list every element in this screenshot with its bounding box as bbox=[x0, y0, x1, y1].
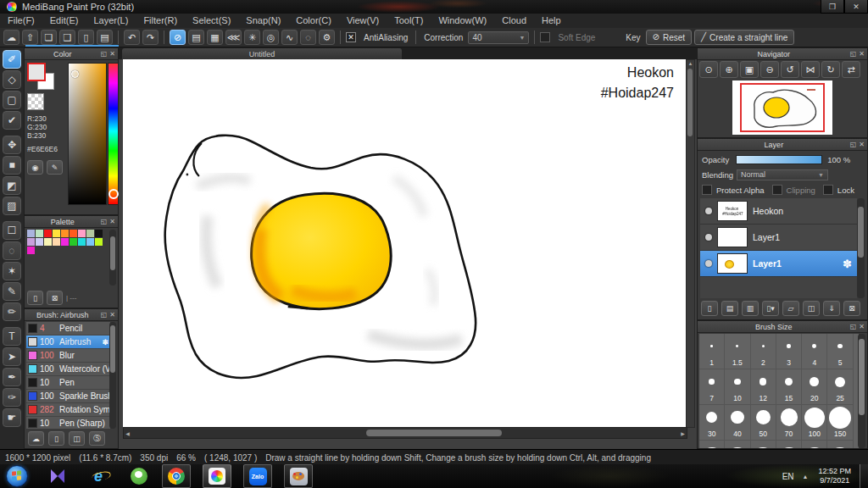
brush-size-cell[interactable]: 20 bbox=[802, 369, 827, 405]
brush-size-scrollbar[interactable] bbox=[858, 334, 865, 448]
brush-size-cell[interactable] bbox=[802, 441, 827, 448]
rotate-left-icon[interactable]: ↺ bbox=[781, 61, 799, 78]
soft-edge-checkbox[interactable] bbox=[540, 32, 550, 42]
palette-color-swatch[interactable] bbox=[86, 238, 94, 246]
layer-visibility-dot[interactable] bbox=[705, 234, 712, 241]
taskbar-paint-tool[interactable] bbox=[284, 464, 313, 488]
hue-marker[interactable] bbox=[108, 189, 119, 199]
palette-color-swatch[interactable] bbox=[27, 238, 35, 246]
close-button[interactable]: ✕ bbox=[844, 0, 868, 14]
scroll-right-icon[interactable]: ▶ bbox=[679, 430, 687, 436]
brush-settings-icon[interactable]: Ⓢ bbox=[89, 431, 105, 446]
taskbar-internet-explorer[interactable]: e bbox=[87, 465, 109, 487]
palette-color-swatch[interactable] bbox=[61, 230, 69, 237]
layer-visibility-dot[interactable] bbox=[705, 208, 712, 214]
snap-off-icon[interactable]: ⊘ bbox=[170, 30, 186, 45]
select-pen-tool[interactable]: ✎ bbox=[3, 282, 21, 301]
gear-icon[interactable]: ✽ bbox=[102, 338, 108, 347]
layer-row[interactable]: Heokon#Hoidap247Heokon bbox=[700, 198, 857, 225]
snap-grid-icon[interactable]: ▦ bbox=[207, 30, 223, 45]
key-reset-button[interactable]: ⊘ Reset bbox=[646, 30, 693, 45]
color-set-icon[interactable]: ✎ bbox=[47, 160, 63, 175]
popout-icon[interactable]: ◱ bbox=[850, 141, 857, 148]
restore-button[interactable]: ❐ bbox=[821, 0, 844, 14]
scroll-up-icon[interactable]: ▲ bbox=[687, 60, 694, 68]
brush-size-cell[interactable]: 2 bbox=[751, 334, 776, 369]
brush-item[interactable]: 10Pen (Sharp) bbox=[26, 417, 110, 429]
brush-item[interactable]: 100Sparkle Brush bbox=[26, 390, 110, 403]
menu-view[interactable]: View(V) bbox=[339, 14, 387, 28]
popout-icon[interactable]: ◱ bbox=[101, 311, 108, 319]
bucket-tool[interactable]: ◩ bbox=[3, 176, 21, 195]
palette-color-swatch[interactable] bbox=[53, 230, 60, 237]
menu-color[interactable]: Color(C) bbox=[288, 14, 339, 28]
menu-snap[interactable]: Snap(N) bbox=[238, 14, 288, 28]
chat-icon[interactable]: ❑ bbox=[59, 30, 75, 45]
brush-size-cell[interactable]: 25 bbox=[827, 369, 853, 405]
palette-color-swatch[interactable] bbox=[44, 238, 52, 246]
brush-size-cell[interactable] bbox=[827, 441, 853, 448]
brush-item[interactable]: 100Blur bbox=[26, 349, 110, 363]
rotate-right-icon[interactable]: ↻ bbox=[821, 61, 840, 78]
duplicate-layer-icon[interactable]: ◫ bbox=[803, 301, 820, 316]
palette-color-swatch[interactable] bbox=[95, 238, 103, 246]
gear-icon[interactable]: ✽ bbox=[843, 258, 852, 270]
canvas-horizontal-scrollbar[interactable]: ◀ ▶ bbox=[123, 427, 687, 439]
brush-size-cell[interactable]: 4 bbox=[802, 334, 827, 369]
zoom-out-icon[interactable]: ⊖ bbox=[760, 61, 779, 78]
shape-brush-tool[interactable]: ▢ bbox=[3, 91, 21, 109]
hscroll-thumb[interactable] bbox=[366, 430, 502, 436]
taskbar-kmplayer[interactable] bbox=[47, 465, 69, 487]
brush-scrollbar[interactable] bbox=[109, 322, 116, 429]
eyedropper-tool[interactable]: ✒ bbox=[3, 368, 21, 386]
import-brush-icon[interactable]: ◫ bbox=[69, 431, 85, 446]
checkbox-clipping[interactable] bbox=[772, 185, 782, 195]
snap-settings-icon[interactable]: ⚙ bbox=[319, 30, 335, 45]
palette-color-swatch[interactable] bbox=[27, 230, 35, 237]
palette-color-swatch[interactable] bbox=[70, 238, 77, 246]
canvas-vertical-scrollbar[interactable]: ▲ bbox=[686, 59, 695, 428]
brush-size-cell[interactable] bbox=[751, 441, 776, 448]
checkbox-protect-alpha[interactable] bbox=[702, 185, 712, 195]
brush-item[interactable]: 100Watercolor (V bbox=[26, 363, 110, 376]
zoom-in-icon[interactable]: ⊕ bbox=[720, 61, 738, 78]
hand-tool[interactable]: ☛ bbox=[3, 408, 21, 427]
cloud-brush-icon[interactable]: ☁ bbox=[28, 431, 44, 446]
palette-color-swatch[interactable] bbox=[95, 230, 103, 237]
snap-ellipse-icon[interactable]: ◌ bbox=[300, 30, 316, 45]
gradient-tool[interactable]: ▨ bbox=[3, 197, 21, 215]
palette-color-swatch[interactable] bbox=[36, 230, 43, 237]
hue-slider[interactable] bbox=[108, 63, 119, 205]
delete-layer-icon[interactable]: ⊠ bbox=[843, 301, 860, 316]
palette-color-swatch[interactable] bbox=[86, 230, 94, 237]
palette-color-swatch[interactable] bbox=[44, 230, 52, 237]
brush-size-cell[interactable]: 3 bbox=[776, 334, 802, 369]
lasso-select-tool[interactable]: ◌ bbox=[3, 241, 21, 260]
snap-circle-icon[interactable]: ◎ bbox=[263, 30, 279, 45]
layer-row[interactable]: Layer1 bbox=[700, 225, 857, 251]
snap-vanishing-icon[interactable]: ⋘ bbox=[225, 30, 242, 45]
brush-size-cell[interactable] bbox=[776, 441, 802, 448]
menu-cloud[interactable]: Cloud bbox=[494, 14, 534, 28]
brush-size-cell[interactable]: 5 bbox=[827, 334, 853, 369]
add-color-icon[interactable]: ▯ bbox=[27, 291, 43, 305]
popout-icon[interactable]: ◱ bbox=[850, 323, 857, 330]
popout-icon[interactable]: ◱ bbox=[850, 50, 857, 58]
zoom-actual-icon[interactable]: ⊙ bbox=[699, 61, 718, 78]
menu-edit[interactable]: Edit(E) bbox=[42, 14, 86, 28]
brush-tool[interactable]: ✐ bbox=[3, 50, 21, 69]
palette-color-swatch[interactable] bbox=[53, 238, 60, 246]
tray-expand-icon[interactable]: ▲ bbox=[803, 474, 809, 480]
layer-visibility-dot[interactable] bbox=[705, 260, 712, 267]
undo-icon[interactable]: ↶ bbox=[124, 30, 140, 45]
popout-icon[interactable]: ◱ bbox=[101, 218, 108, 225]
start-button[interactable] bbox=[6, 465, 28, 487]
menu-layer[interactable]: Layer(L) bbox=[86, 14, 136, 28]
palette-color-swatch[interactable] bbox=[61, 238, 69, 246]
brush-size-cell[interactable]: 100 bbox=[802, 405, 827, 441]
brush-size-cell[interactable]: 40 bbox=[725, 405, 750, 441]
navigator-thumbnail[interactable] bbox=[732, 80, 832, 135]
brush-size-cell[interactable]: 50 bbox=[751, 405, 776, 441]
snap-parallel-icon[interactable]: ▤ bbox=[188, 30, 204, 45]
menu-select[interactable]: Select(S) bbox=[185, 14, 238, 28]
